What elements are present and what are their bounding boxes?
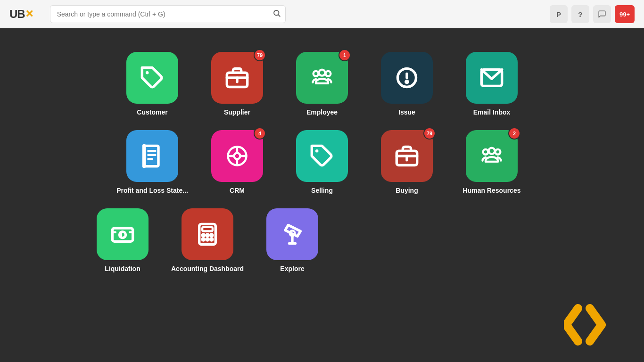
app-supplier[interactable]: 79 Supplier bbox=[209, 52, 265, 116]
svg-point-40 bbox=[211, 234, 213, 236]
svg-point-42 bbox=[206, 239, 208, 240]
svg-point-8 bbox=[326, 71, 331, 76]
customer-icon-wrap bbox=[126, 52, 178, 104]
header-right: P ? 99+ bbox=[550, 5, 635, 23]
human-resources-badge: 2 bbox=[508, 127, 520, 140]
issue-icon-wrap bbox=[381, 52, 433, 104]
liquidation-label: Liquidation bbox=[105, 265, 140, 272]
profit-loss-icon-wrap bbox=[126, 130, 178, 182]
supplier-badge: 79 bbox=[254, 49, 266, 61]
notifications-button[interactable]: 99+ bbox=[615, 5, 635, 23]
help-button[interactable]: ? bbox=[571, 5, 589, 23]
svg-point-11 bbox=[406, 81, 408, 83]
mail-icon bbox=[479, 66, 504, 90]
svg-point-43 bbox=[211, 239, 213, 240]
supplier-label: Supplier bbox=[224, 108, 250, 116]
svg-point-29 bbox=[483, 149, 488, 155]
explore-icon-bg bbox=[266, 208, 318, 260]
issue-icon-bg bbox=[381, 52, 433, 104]
app-buying[interactable]: 79 Buying bbox=[379, 130, 435, 194]
watermark-svg bbox=[564, 304, 620, 346]
people-icon bbox=[310, 66, 334, 90]
app-email-inbox[interactable]: Email Inbox bbox=[463, 52, 520, 116]
svg-point-28 bbox=[489, 148, 495, 154]
crm-icon-wrap: 4 bbox=[211, 130, 263, 182]
crm-icon bbox=[225, 144, 249, 168]
profit-loss-icon-bg bbox=[126, 130, 178, 182]
customer-label: Customer bbox=[137, 108, 167, 116]
search-input[interactable] bbox=[50, 5, 286, 23]
money-icon: 1 bbox=[110, 222, 135, 247]
human-resources-icon-wrap: 2 bbox=[466, 130, 518, 182]
header: UB ✕ P ? 99+ bbox=[0, 0, 644, 28]
profile-button[interactable]: P bbox=[550, 5, 568, 23]
svg-point-6 bbox=[319, 70, 325, 76]
selling-icon-wrap bbox=[296, 130, 348, 182]
buying-label: Buying bbox=[396, 187, 418, 194]
selling-tag-icon bbox=[310, 144, 334, 168]
accounting-dashboard-icon-bg bbox=[182, 208, 233, 260]
logo[interactable]: UB ✕ bbox=[9, 8, 33, 21]
email-inbox-label: Email Inbox bbox=[473, 108, 511, 116]
app-issue[interactable]: Issue bbox=[379, 52, 435, 116]
calculator-icon bbox=[195, 222, 220, 247]
selling-label: Selling bbox=[311, 187, 333, 194]
employee-label: Employee bbox=[306, 108, 338, 116]
tag-icon bbox=[140, 66, 165, 90]
app-profit-loss[interactable]: Profit and Loss State... bbox=[124, 130, 181, 194]
logo-text: UB bbox=[9, 8, 25, 21]
app-employee[interactable]: 1 Employee bbox=[294, 52, 350, 116]
app-customer[interactable]: Customer bbox=[124, 52, 181, 116]
supplier-icon-wrap: 79 bbox=[211, 52, 263, 104]
svg-text:1: 1 bbox=[120, 231, 124, 239]
explore-label: Explore bbox=[280, 265, 304, 272]
employee-icon-wrap: 1 bbox=[296, 52, 348, 104]
employee-badge: 1 bbox=[339, 49, 351, 61]
app-crm[interactable]: 4 CRM bbox=[209, 130, 265, 194]
email-inbox-icon-bg bbox=[466, 52, 518, 104]
main-content: Customer 79 Supplier bbox=[0, 28, 644, 287]
app-row-1: Customer 79 Supplier bbox=[38, 52, 606, 116]
svg-rect-37 bbox=[202, 227, 213, 231]
logo-x: ✕ bbox=[25, 8, 33, 20]
svg-line-1 bbox=[278, 15, 280, 16]
app-selling[interactable]: Selling bbox=[294, 130, 350, 194]
profit-loss-label: Profit and Loss State... bbox=[116, 187, 188, 194]
watermark-logo bbox=[564, 304, 620, 348]
app-row-2: Profit and Loss State... 4 CRM bbox=[38, 130, 606, 194]
app-human-resources[interactable]: 2 Human Resources bbox=[463, 130, 520, 194]
liquidation-icon-wrap: 1 bbox=[97, 208, 149, 260]
svg-point-7 bbox=[314, 71, 319, 76]
selling-icon-bg bbox=[296, 130, 348, 182]
svg-point-30 bbox=[495, 149, 501, 155]
buying-briefcase-icon bbox=[395, 144, 419, 168]
accounting-dashboard-label: Accounting Dashboard bbox=[171, 265, 244, 272]
app-row-3: 1 Liquidation bbox=[38, 208, 606, 272]
issue-label: Issue bbox=[398, 108, 415, 116]
buying-icon-wrap: 79 bbox=[381, 130, 433, 182]
hr-people-icon bbox=[479, 144, 504, 168]
app-accounting-dashboard[interactable]: Accounting Dashboard bbox=[179, 208, 236, 272]
svg-point-41 bbox=[202, 239, 204, 240]
buying-badge: 79 bbox=[423, 127, 436, 140]
accounting-dashboard-icon-wrap bbox=[182, 208, 233, 260]
crm-badge: 4 bbox=[254, 127, 266, 140]
app-liquidation[interactable]: 1 Liquidation bbox=[94, 208, 151, 272]
search-bar[interactable] bbox=[50, 5, 286, 23]
alert-circle-icon bbox=[395, 66, 419, 90]
customer-icon-bg bbox=[126, 52, 178, 104]
email-inbox-icon-wrap bbox=[466, 52, 518, 104]
app-explore[interactable]: Explore bbox=[264, 208, 321, 272]
telescope-icon bbox=[280, 222, 305, 247]
liquidation-icon-bg: 1 bbox=[97, 208, 149, 260]
book-icon bbox=[140, 144, 165, 168]
human-resources-label: Human Resources bbox=[463, 187, 521, 194]
search-icon bbox=[272, 9, 281, 19]
chat-button[interactable] bbox=[593, 5, 611, 23]
briefcase-icon bbox=[225, 66, 249, 90]
svg-point-38 bbox=[202, 234, 204, 236]
crm-label: CRM bbox=[230, 187, 245, 194]
explore-icon-wrap bbox=[266, 208, 318, 260]
svg-point-39 bbox=[206, 234, 208, 236]
